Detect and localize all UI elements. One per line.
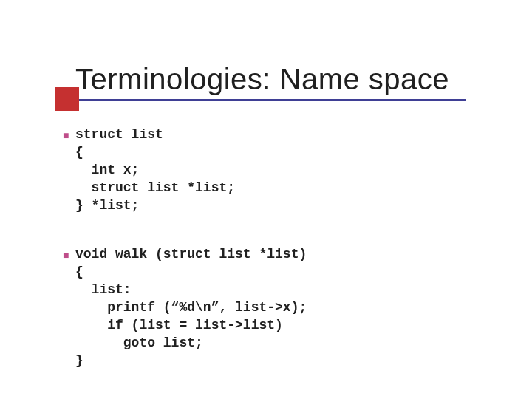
slide: Terminologies: Name space ■ struct list … xyxy=(0,0,532,399)
title-underline xyxy=(67,99,466,101)
bullet-icon: ■ xyxy=(63,130,69,140)
slide-title: Terminologies: Name space xyxy=(75,63,449,96)
code-block-struct: struct list { int x; struct list *list; … xyxy=(75,126,235,214)
bullet-icon: ■ xyxy=(63,250,69,260)
code-block-function: void walk (struct list *list) { list: pr… xyxy=(75,245,307,369)
